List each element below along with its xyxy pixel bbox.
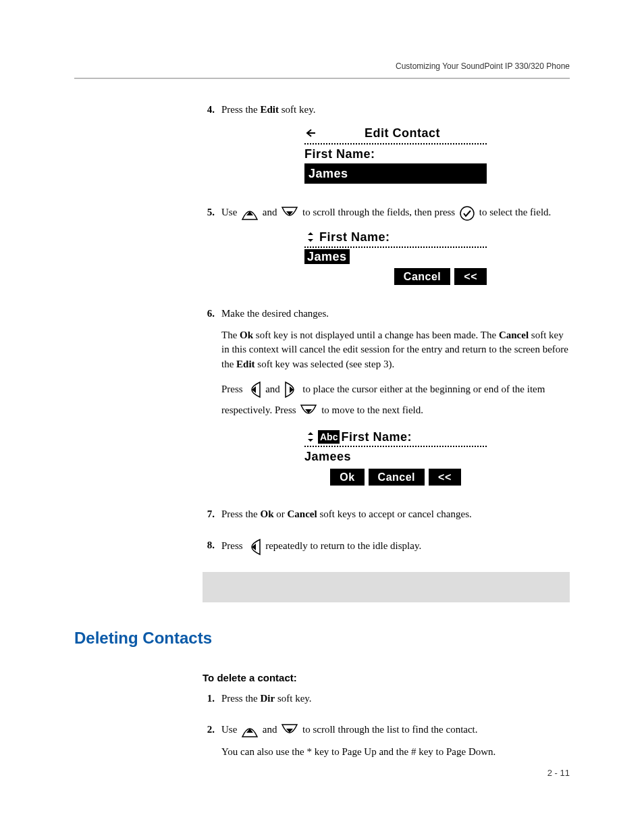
- step-body: Press the Dir soft key.: [221, 692, 570, 713]
- step-number: 8.: [203, 538, 221, 563]
- delete-step-2-text: Use and to scroll through the list to fi…: [221, 723, 570, 738]
- step-body: Press the Edit soft key. Edit Contact Fi…: [221, 103, 570, 196]
- nav-down-icon: [281, 206, 298, 221]
- step-body: Use and to scroll through the fields, th…: [221, 205, 570, 296]
- lcd-edit-contact: Edit Contact First Name: James: [304, 124, 487, 184]
- step-8: 8. Press repeatedly to return to the idl…: [203, 538, 570, 563]
- header-text: Customizing Your SoundPoint IP 330/320 P…: [396, 61, 570, 71]
- step-number: 6.: [203, 307, 221, 498]
- section-deleting-contacts: Deleting Contacts: [74, 627, 570, 650]
- step-6: 6. Make the desired changes. The Ok soft…: [203, 307, 570, 498]
- lcd-field-label: First Name:: [304, 145, 487, 163]
- step-6-p2: The Ok soft key is not displayed until a…: [221, 328, 570, 372]
- nav-up-icon: [241, 206, 259, 221]
- delete-content: To delete a contact: 1. Press the Dir so…: [203, 671, 570, 766]
- softkey-cancel: Cancel: [394, 268, 450, 285]
- updown-arrows-icon: [306, 232, 315, 242]
- lcd-field-value: James: [304, 249, 350, 264]
- step-7: 7. Press the Ok or Cancel soft keys to a…: [203, 507, 570, 529]
- lcd-title-row: Abc First Name:: [304, 428, 487, 447]
- step-number: 7.: [203, 507, 221, 529]
- delete-step-2: 2. Use and to scroll through the list to…: [203, 723, 570, 766]
- softkey-backspace: <<: [429, 469, 461, 486]
- lcd-title-row: Edit Contact: [304, 124, 487, 145]
- lcd-title-text: Edit Contact: [365, 124, 440, 142]
- lcd-firstname-changed: Abc First Name: Jamees Ok Cancel <<: [304, 428, 487, 486]
- lcd-title-row: First Name:: [304, 228, 487, 247]
- page-number: 2 - 11: [547, 767, 570, 780]
- nav-left-icon: [246, 381, 261, 398]
- input-mode-badge: Abc: [318, 430, 340, 444]
- delete-step-1: 1. Press the Dir soft key.: [203, 692, 570, 713]
- back-arrow-icon: [306, 128, 317, 138]
- nav-up-icon: [241, 723, 259, 738]
- step-4: 4. Press the Edit soft key. Edit Contact…: [203, 103, 570, 196]
- lcd-field-label: First Name:: [319, 228, 390, 246]
- nav-down-icon: [300, 404, 317, 419]
- step-8-text: Press repeatedly to return to the idle d…: [221, 538, 570, 556]
- step-7-text: Press the Ok or Cancel soft keys to acce…: [221, 507, 570, 522]
- svg-point-0: [460, 207, 474, 220]
- step-6-line1: Make the desired changes.: [221, 307, 570, 321]
- select-check-icon: [459, 205, 475, 221]
- delete-step-1-text: Press the Dir soft key.: [221, 692, 570, 706]
- step-number: 4.: [203, 103, 221, 196]
- updown-arrows-icon: [306, 432, 315, 442]
- delete-subheading: To delete a contact:: [203, 671, 570, 685]
- step-number: 5.: [203, 205, 221, 296]
- lcd-softkeys: Ok Cancel <<: [304, 469, 487, 486]
- delete-step-2-line2: You can also use the * key to Page Up an…: [221, 745, 570, 760]
- step-4-text: Press the Edit soft key.: [221, 103, 570, 118]
- lcd-value-row: James: [304, 248, 487, 265]
- step-body: Press repeatedly to return to the idle d…: [221, 538, 570, 563]
- lcd-firstname-edit: First Name: James Cancel <<: [304, 228, 487, 284]
- step-5: 5. Use and to scroll through the fields,…: [203, 205, 570, 296]
- note-band: [203, 572, 570, 602]
- lcd-softkeys: Cancel <<: [304, 268, 487, 285]
- step-number: 2.: [203, 723, 221, 766]
- lcd-field-value: James: [304, 163, 487, 184]
- step-5-text: Use and to scroll through the fields, th…: [221, 205, 570, 221]
- lcd-field-value: Jamees: [304, 447, 487, 466]
- step-number: 1.: [203, 692, 221, 713]
- nav-left-icon: [246, 538, 261, 556]
- step-body: Use and to scroll through the list to fi…: [221, 723, 570, 766]
- step-body: Make the desired changes. The Ok soft ke…: [221, 307, 570, 498]
- softkey-backspace: <<: [454, 268, 487, 285]
- main-content: 4. Press the Edit soft key. Edit Contact…: [203, 103, 570, 602]
- lcd-field-label: First Name:: [341, 428, 412, 446]
- softkey-cancel: Cancel: [369, 469, 425, 486]
- page-header: Customizing Your SoundPoint IP 330/320 P…: [74, 61, 570, 79]
- step-body: Press the Ok or Cancel soft keys to acce…: [221, 507, 570, 529]
- step-6-p3: Press and to place the cursor either at …: [221, 379, 570, 421]
- nav-down-icon: [281, 723, 298, 738]
- softkey-ok: Ok: [330, 469, 364, 486]
- nav-right-icon: [284, 381, 299, 398]
